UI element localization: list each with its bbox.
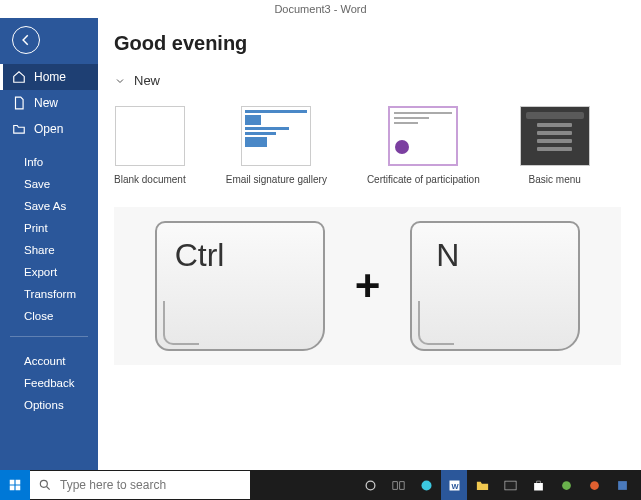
sidebar-item-close[interactable]: Close — [24, 310, 98, 322]
new-section-toggle[interactable]: New — [114, 73, 621, 88]
divider — [10, 336, 88, 337]
plus-symbol: + — [355, 261, 381, 311]
template-thumb — [388, 106, 458, 166]
edge-icon — [419, 478, 434, 493]
template-email-signature[interactable]: Email signature gallery — [226, 106, 327, 185]
svg-rect-10 — [618, 481, 627, 490]
sidebar-item-home[interactable]: Home — [0, 64, 98, 90]
sidebar-item-save[interactable]: Save — [24, 178, 98, 190]
key-ctrl: Ctrl — [155, 221, 325, 351]
svg-rect-7 — [504, 481, 515, 490]
sidebar: Home New Open Info Save Save As Print Sh… — [0, 18, 98, 470]
new-label: New — [134, 73, 160, 88]
template-label: Certificate of participation — [367, 174, 480, 185]
app-icon — [587, 478, 602, 493]
taskbar-app2[interactable] — [581, 470, 607, 500]
sidebar-item-label: New — [34, 96, 58, 110]
template-thumb — [241, 106, 311, 166]
windows-icon — [8, 478, 22, 492]
store-icon — [531, 478, 546, 493]
sidebar-item-open[interactable]: Open — [0, 116, 98, 142]
svg-text:W: W — [451, 481, 459, 490]
template-thumb — [520, 106, 590, 166]
taskbar-app3[interactable] — [609, 470, 635, 500]
svg-point-8 — [562, 481, 571, 490]
sidebar-item-transform[interactable]: Transform — [24, 288, 98, 300]
template-label: Basic menu — [529, 174, 581, 185]
arrow-left-icon — [19, 33, 33, 47]
main-content: Good evening New Blank document Email si… — [98, 18, 641, 470]
taskbar-app1[interactable] — [553, 470, 579, 500]
svg-point-1 — [366, 481, 375, 490]
app-icon — [559, 478, 574, 493]
key-n: N — [410, 221, 580, 351]
word-icon: W — [447, 478, 462, 493]
taskbar: Type here to search W — [0, 470, 641, 500]
taskbar-word[interactable]: W — [441, 470, 467, 500]
start-button[interactable] — [0, 470, 30, 500]
template-blank[interactable]: Blank document — [114, 106, 186, 185]
template-certificate[interactable]: Certificate of participation — [367, 106, 480, 185]
sidebar-item-saveas[interactable]: Save As — [24, 200, 98, 212]
back-button[interactable] — [12, 26, 40, 54]
doc-name: Document3 — [274, 3, 330, 15]
svg-rect-2 — [392, 481, 396, 489]
template-label: Blank document — [114, 174, 186, 185]
sidebar-item-new[interactable]: New — [0, 90, 98, 116]
template-list: Blank document Email signature gallery C… — [114, 106, 621, 185]
sidebar-item-options[interactable]: Options — [24, 399, 98, 411]
sidebar-item-print[interactable]: Print — [24, 222, 98, 234]
template-thumb — [115, 106, 185, 166]
document-icon — [12, 96, 26, 110]
taskbar-taskview[interactable] — [385, 470, 411, 500]
taskview-icon — [391, 478, 406, 493]
svg-point-0 — [40, 480, 47, 487]
app-icon — [615, 478, 630, 493]
folder-open-icon — [12, 122, 26, 136]
home-icon — [12, 70, 26, 84]
svg-point-9 — [590, 481, 599, 490]
sidebar-item-account[interactable]: Account — [24, 355, 98, 367]
sidebar-item-label: Home — [34, 70, 66, 84]
search-placeholder: Type here to search — [60, 478, 166, 492]
terminal-icon — [503, 478, 518, 493]
taskbar-explorer[interactable] — [469, 470, 495, 500]
taskbar-cortana[interactable] — [357, 470, 383, 500]
sidebar-item-export[interactable]: Export — [24, 266, 98, 278]
keyboard-shortcut-graphic: Ctrl + N — [114, 207, 621, 365]
taskbar-search[interactable]: Type here to search — [30, 471, 250, 499]
taskbar-edge[interactable] — [413, 470, 439, 500]
template-basic-menu[interactable]: Basic menu — [520, 106, 590, 185]
folder-icon — [475, 478, 490, 493]
sidebar-item-info[interactable]: Info — [24, 156, 98, 168]
titlebar: Document3 - Word — [0, 0, 641, 18]
chevron-down-icon — [114, 75, 126, 87]
svg-rect-3 — [399, 481, 403, 489]
app-name: Word — [340, 3, 366, 15]
sidebar-item-label: Open — [34, 122, 63, 136]
greeting-heading: Good evening — [114, 32, 621, 55]
search-icon — [38, 478, 52, 492]
svg-point-4 — [421, 480, 431, 490]
template-label: Email signature gallery — [226, 174, 327, 185]
sidebar-item-feedback[interactable]: Feedback — [24, 377, 98, 389]
sidebar-item-share[interactable]: Share — [24, 244, 98, 256]
taskbar-terminal[interactable] — [497, 470, 523, 500]
taskbar-store[interactable] — [525, 470, 551, 500]
circle-icon — [363, 478, 378, 493]
